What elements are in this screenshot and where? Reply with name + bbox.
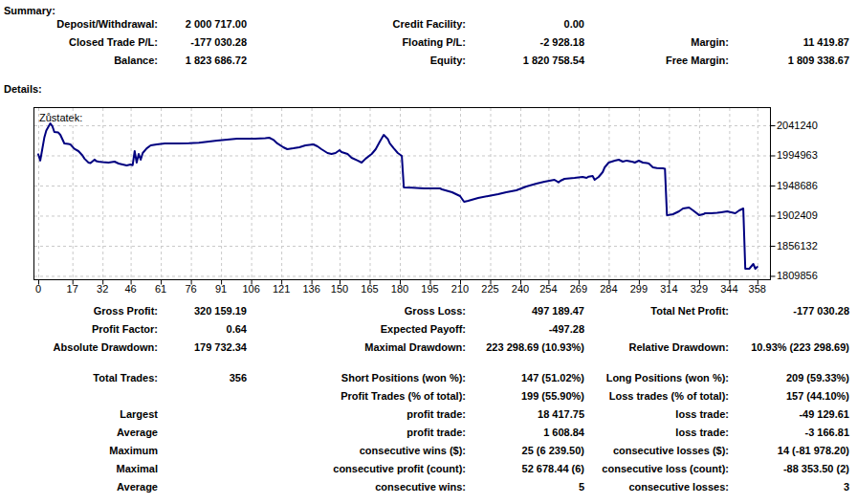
x-axis-tick-label: 106 xyxy=(235,283,268,295)
table-row: Balance:1 823 686.72Equity:1 820 758.54F… xyxy=(0,55,857,68)
stat-label: Largest xyxy=(0,408,158,420)
x-axis-tick-label: 358 xyxy=(741,283,774,295)
table-row: Deposit/Withdrawal:2 000 717.00Credit Fa… xyxy=(0,18,857,32)
stat-value: 14 (-81 978.20) xyxy=(731,445,849,456)
stat-label: Total Trades: xyxy=(0,372,158,383)
stat-label: consecutive losses ($): xyxy=(586,445,729,456)
stat-label: Loss trades (% of total): xyxy=(586,390,729,402)
stat-value: -177 030.28 xyxy=(160,36,247,48)
y-axis-tick-label: 1856132 xyxy=(777,240,818,252)
stat-value: -49 129.61 xyxy=(731,408,849,420)
stat-value: -177 030.28 xyxy=(731,305,849,317)
table-row: Profit Trades (% of total):199 (55.90%)L… xyxy=(0,390,857,404)
x-axis-tick-label: 329 xyxy=(683,283,715,295)
stat-value: 3 xyxy=(731,481,849,493)
stat-value: 10.93% (223 298.69) xyxy=(731,341,849,353)
stat-label: Maximal xyxy=(0,463,158,474)
x-axis-tick-label: 61 xyxy=(144,283,177,295)
table-row: Maximumconsecutive wins ($):25 (6 239.50… xyxy=(0,445,857,458)
stat-label: Average xyxy=(0,481,158,493)
y-axis-tick-label: 1902409 xyxy=(777,209,818,221)
stat-value: -88 353.50 (2) xyxy=(731,463,849,474)
stat-label: loss trade: xyxy=(586,408,729,420)
stat-value: 199 (55.90%) xyxy=(468,390,584,402)
stat-label: Profit Factor: xyxy=(0,323,158,335)
stat-label: Equity: xyxy=(249,55,466,66)
stat-label: Gross Profit: xyxy=(0,305,158,317)
y-axis-tick-label: 2041240 xyxy=(777,120,818,131)
table-row: Averageprofit trade:1 608.84loss trade:-… xyxy=(0,427,857,440)
stat-value: 25 (6 239.50) xyxy=(468,445,584,456)
stat-label: profit trade: xyxy=(249,427,466,438)
table-row: Closed Trade P/L:-177 030.28Floating P/L… xyxy=(0,36,857,50)
stat-label: Free Margin: xyxy=(586,55,729,66)
stat-value: 11 419.87 xyxy=(731,36,849,48)
x-axis-tick-label: 91 xyxy=(205,283,237,295)
stat-label: consecutive wins ($): xyxy=(249,445,466,456)
balance-chart: Zůstatek: 017324661769110612113615016518… xyxy=(0,96,857,301)
stat-label: Maximal Drawdown: xyxy=(249,341,466,353)
stat-label: profit trade: xyxy=(249,408,466,420)
stat-value: -497.28 xyxy=(468,323,584,335)
stat-value: -3 166.81 xyxy=(731,427,849,438)
table-row: Averageconsecutive wins:5consecutive los… xyxy=(0,481,857,494)
x-axis-tick-label: 210 xyxy=(444,283,476,295)
x-axis-tick-label: 284 xyxy=(592,283,625,295)
stat-value: 2 000 717.00 xyxy=(160,18,247,30)
table-row: Absolute Drawdown:179 732.34Maximal Draw… xyxy=(0,341,857,355)
stat-value: 497 189.47 xyxy=(468,305,584,317)
x-axis-tick-label: 17 xyxy=(56,283,89,295)
report-page: { "summary": { "heading": "Summary:", "r… xyxy=(0,0,857,504)
x-axis-tick-label: 195 xyxy=(414,283,447,295)
stat-value: -2 928.18 xyxy=(468,36,584,48)
stat-label: Closed Trade P/L: xyxy=(0,36,158,48)
stat-value: 157 (44.10%) xyxy=(731,390,849,402)
stat-label: Deposit/Withdrawal: xyxy=(0,18,158,30)
chart-frame xyxy=(34,108,771,280)
stat-value: 147 (51.02%) xyxy=(468,372,584,383)
y-axis-tick-label: 1809856 xyxy=(777,270,818,281)
stat-label: consecutive profit (count): xyxy=(249,463,466,474)
table-row: Total Trades:356Short Positions (won %):… xyxy=(0,372,857,385)
x-axis-tick-label: 269 xyxy=(562,283,595,295)
stat-value: 1 823 686.72 xyxy=(160,55,247,66)
stat-value: 209 (59.33%) xyxy=(731,372,849,383)
stat-value: 223 298.69 (10.93%) xyxy=(468,341,584,353)
stat-label: Total Net Profit: xyxy=(586,305,729,317)
stat-value: 52 678.44 (6) xyxy=(468,463,584,474)
stat-label: Credit Facility: xyxy=(249,18,466,30)
stat-label: consecutive loss (count): xyxy=(586,463,729,474)
y-axis-tick-label: 1994963 xyxy=(777,149,818,161)
x-axis-tick-label: 165 xyxy=(354,283,386,295)
stat-value: 356 xyxy=(160,372,247,383)
stat-label: loss trade: xyxy=(586,427,729,438)
stat-label: Profit Trades (% of total): xyxy=(249,390,466,402)
chart-plot-area xyxy=(33,107,780,286)
stat-label: Margin: xyxy=(586,36,729,48)
table-row: Maximalconsecutive profit (count):52 678… xyxy=(0,463,857,476)
stat-value: 18 417.75 xyxy=(468,408,584,420)
x-axis-tick-label: 225 xyxy=(474,283,507,295)
stat-value: 0.64 xyxy=(160,323,247,335)
stat-label: Average xyxy=(0,427,158,438)
stat-value: 0.00 xyxy=(468,18,584,30)
stat-label: consecutive wins: xyxy=(249,481,466,493)
x-axis-tick-label: 76 xyxy=(175,283,208,295)
stat-value: 1 608.84 xyxy=(468,427,584,438)
table-row: Gross Profit:320 159.19Gross Loss:497 18… xyxy=(0,305,857,318)
stat-label: Short Positions (won %): xyxy=(249,372,466,383)
stat-label: Balance: xyxy=(0,55,158,66)
summary-heading: Summary: xyxy=(4,5,55,16)
stat-label: Relative Drawdown: xyxy=(586,341,729,353)
table-row: Profit Factor:0.64Expected Payoff:-497.2… xyxy=(0,323,857,337)
stat-value: 320 159.19 xyxy=(160,305,247,317)
stat-value: 179 732.34 xyxy=(160,341,247,353)
x-axis-tick-label: 314 xyxy=(652,283,685,295)
x-axis-tick-label: 46 xyxy=(115,283,147,295)
stat-label: Absolute Drawdown: xyxy=(0,341,158,353)
stat-label: Gross Loss: xyxy=(249,305,466,317)
x-axis-tick-label: 121 xyxy=(265,283,297,295)
stat-value: 5 xyxy=(468,481,584,493)
x-axis-tick-label: 180 xyxy=(384,283,416,295)
stat-value: 1 820 758.54 xyxy=(468,55,584,66)
